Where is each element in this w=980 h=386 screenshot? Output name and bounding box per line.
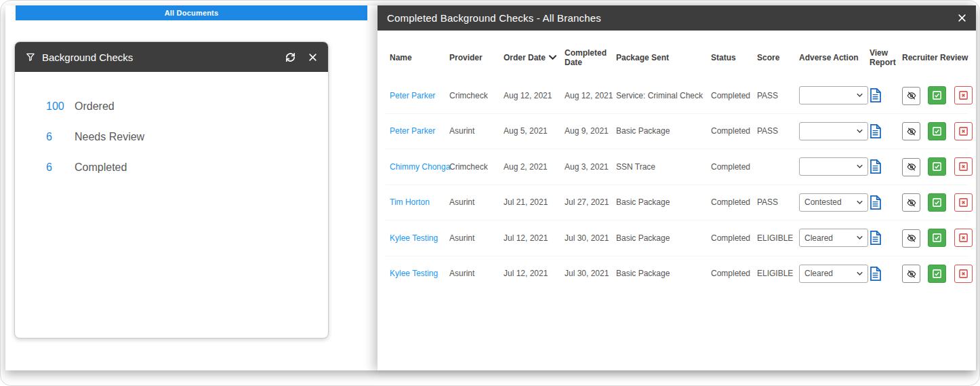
adverse-action-select[interactable] xyxy=(799,122,868,140)
adverse-action-select[interactable] xyxy=(799,157,868,176)
score-cell xyxy=(753,149,795,185)
name-link[interactable]: Peter Parker xyxy=(390,126,435,136)
refresh-icon[interactable] xyxy=(285,52,296,63)
order-date-cell: Aug 12, 2021 xyxy=(499,78,560,113)
completed-date-cell: Jul 30, 2021 xyxy=(560,256,612,291)
chevron-down-icon xyxy=(857,271,863,276)
approve-check-icon[interactable] xyxy=(928,86,946,104)
table-row: Tim Horton Asurint Jul 21, 2021 Jul 27, … xyxy=(386,185,968,220)
adverse-action-select[interactable]: Cleared xyxy=(799,229,868,247)
reject-x-icon[interactable] xyxy=(954,157,973,176)
stat-completed-count: 6 xyxy=(46,161,75,174)
completed-date-cell: Aug 12, 2021 xyxy=(560,78,612,113)
all-documents-title: All Documents xyxy=(165,9,219,17)
eye-off-icon[interactable] xyxy=(902,122,920,140)
chevron-down-icon xyxy=(857,235,863,240)
order-date-cell: Aug 2, 2021 xyxy=(499,149,560,185)
chevron-down-icon xyxy=(857,129,863,134)
eye-off-icon[interactable] xyxy=(902,193,920,212)
order-date-cell: Jul 21, 2021 xyxy=(499,185,560,220)
name-link[interactable]: Chimmy Chonga xyxy=(390,162,450,172)
package-cell: SSN Trace xyxy=(612,149,707,185)
stat-ordered-count: 100 xyxy=(46,100,75,113)
eye-off-icon[interactable] xyxy=(902,87,920,105)
col-order-date-label: Order Date xyxy=(504,53,546,62)
approve-check-icon[interactable] xyxy=(928,265,946,283)
table-row: Kylee Testing Asurint Jul 12, 2021 Jul 3… xyxy=(386,220,968,256)
view-report-icon[interactable] xyxy=(870,88,882,102)
approve-check-icon[interactable] xyxy=(928,229,946,247)
completed-background-checks-modal: Completed Background Checks - All Branch… xyxy=(377,5,976,370)
eye-off-icon[interactable] xyxy=(902,265,920,283)
name-link[interactable]: Kylee Testing xyxy=(390,233,438,243)
status-cell: Completed xyxy=(707,185,753,220)
completed-date-cell: Jul 27, 2021 xyxy=(560,185,612,220)
eye-off-icon[interactable] xyxy=(902,158,920,176)
view-report-icon[interactable] xyxy=(870,159,882,174)
order-date-cell: Jul 12, 2021 xyxy=(499,256,560,291)
col-completed-date: Completed Date xyxy=(560,44,612,78)
table-header-row: Name Provider Order Date Comple xyxy=(386,44,968,78)
modal-close-icon[interactable] xyxy=(958,14,966,22)
adverse-action-select[interactable]: Contested xyxy=(799,193,868,212)
adverse-action-value: Cleared xyxy=(804,233,833,243)
name-link[interactable]: Peter Parker xyxy=(390,91,435,100)
reject-x-icon[interactable] xyxy=(954,229,973,247)
adverse-action-value: Contested xyxy=(804,197,842,207)
package-cell: Service: Criminal Check xyxy=(612,78,707,113)
col-package-sent: Package Sent xyxy=(612,44,707,78)
adverse-action-select[interactable]: Cleared xyxy=(799,265,868,283)
modal-title: Completed Background Checks - All Branch… xyxy=(387,12,601,24)
adverse-action-select[interactable] xyxy=(799,86,868,104)
modal-body: Name Provider Order Date Comple xyxy=(377,31,976,291)
completed-date-cell: Aug 3, 2021 xyxy=(560,149,612,185)
name-link[interactable]: Kylee Testing xyxy=(390,269,438,278)
chevron-down-icon xyxy=(857,200,863,205)
card-close-icon[interactable] xyxy=(308,53,317,62)
table-row: Peter Parker Asurint Aug 5, 2021 Aug 9, … xyxy=(386,113,968,149)
name-link[interactable]: Tim Horton xyxy=(390,197,430,207)
col-order-date[interactable]: Order Date xyxy=(499,44,560,78)
view-report-icon[interactable] xyxy=(870,267,882,281)
background-checks-card-header: Background Checks xyxy=(15,42,328,72)
package-cell: Basic Package xyxy=(612,185,707,220)
table-row: Kylee Testing Asurint Jul 12, 2021 Jul 3… xyxy=(386,256,968,291)
approve-check-icon[interactable] xyxy=(928,157,946,176)
provider-cell: Crimcheck xyxy=(445,149,499,185)
provider-cell: Asurint xyxy=(445,113,499,149)
package-cell: Basic Package xyxy=(612,113,707,149)
approve-check-icon[interactable] xyxy=(928,122,946,140)
reject-x-icon[interactable] xyxy=(954,122,973,140)
score-cell: PASS xyxy=(753,113,795,149)
order-date-cell: Jul 12, 2021 xyxy=(499,220,560,256)
score-cell: PASS xyxy=(753,185,795,220)
chevron-down-icon xyxy=(857,93,863,98)
page-sheet: All Documents Background Checks xyxy=(5,5,976,370)
view-report-icon[interactable] xyxy=(870,231,882,245)
all-documents-header: All Documents xyxy=(16,5,367,20)
view-report-icon[interactable] xyxy=(870,124,882,138)
package-cell: Basic Package xyxy=(612,220,707,256)
stat-ordered-label: Ordered xyxy=(75,100,115,113)
modal-header: Completed Background Checks - All Branch… xyxy=(377,5,976,31)
card-actions xyxy=(285,52,317,63)
score-cell: PASS xyxy=(753,78,795,113)
status-cell: Completed xyxy=(707,256,753,291)
view-report-icon[interactable] xyxy=(870,195,882,210)
score-cell: ELIGIBLE xyxy=(753,256,795,291)
reject-x-icon[interactable] xyxy=(954,193,973,212)
status-cell: Completed xyxy=(707,113,753,149)
background-checks-title: Background Checks xyxy=(42,52,133,63)
stat-needs-review-label: Needs Review xyxy=(75,131,144,143)
package-cell: Basic Package xyxy=(612,256,707,291)
sort-desc-icon[interactable] xyxy=(549,53,556,62)
reject-x-icon[interactable] xyxy=(954,86,973,104)
reject-x-icon[interactable] xyxy=(954,265,973,283)
background-checks-stats: 100 Ordered 6 Needs Review 6 Completed xyxy=(15,72,328,174)
stat-needs-review: 6 Needs Review xyxy=(46,131,328,143)
approve-check-icon[interactable] xyxy=(928,193,946,212)
status-cell: Completed xyxy=(707,220,753,256)
eye-off-icon[interactable] xyxy=(902,229,920,248)
stat-completed-label: Completed xyxy=(75,161,127,174)
provider-cell: Asurint xyxy=(445,185,499,220)
